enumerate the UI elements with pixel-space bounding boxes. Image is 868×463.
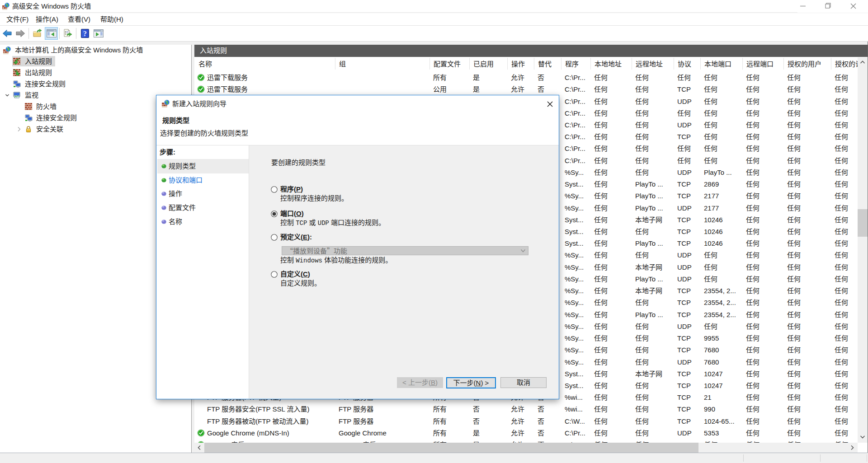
svg-text:?: ? — [83, 30, 87, 37]
